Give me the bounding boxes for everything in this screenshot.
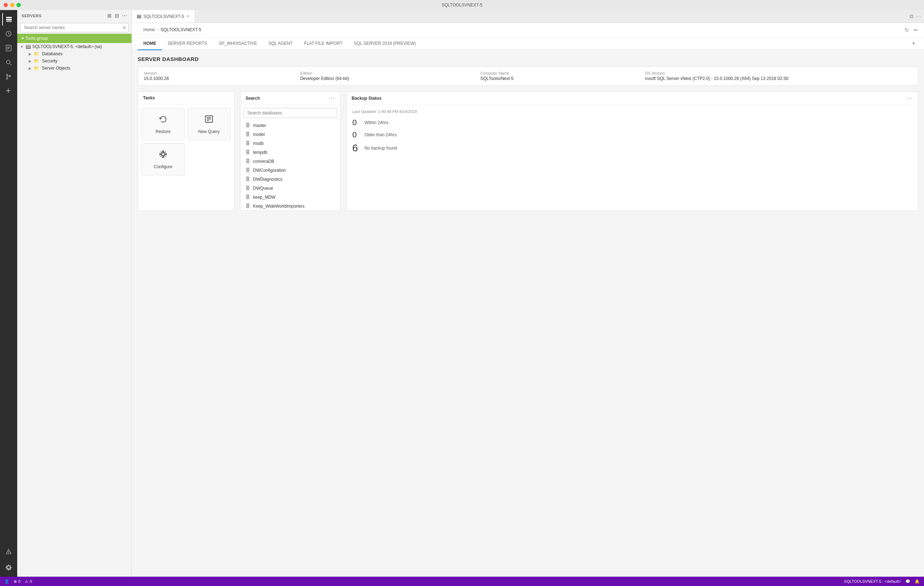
server-objects-tree-item[interactable]: ▶ 📁 Server Objects <box>17 65 132 72</box>
backup-panel: Backup Status ··· Last Updated: 1:40:48 … <box>346 91 918 211</box>
svg-point-11 <box>7 78 8 79</box>
dashboard: SERVER DASHBOARD Version 15.0.1000.28 Ed… <box>132 50 924 577</box>
activity-bar <box>0 10 17 577</box>
db-name: DWConfiguration <box>253 168 285 173</box>
servers-activity-icon[interactable] <box>2 13 15 26</box>
more-tab-actions-icon[interactable]: ⋯ <box>916 13 921 19</box>
tab-sp-whoisactive[interactable]: SP_WHOISACTIVE <box>213 37 263 50</box>
db-name: msdb <box>253 141 264 146</box>
extensions-activity-icon[interactable] <box>2 84 15 98</box>
server-name: SQLTOOLSVNEXT-5, <default> (sa) <box>32 44 102 49</box>
list-item[interactable]: 🗄 keep_MDW <box>241 193 340 202</box>
history-activity-icon[interactable] <box>2 27 15 40</box>
server-objects-expand-icon: ▶ <box>29 66 31 70</box>
db-search-wrap <box>241 105 340 121</box>
restore-button[interactable]: Restore <box>142 108 185 140</box>
new-query-label: New Query <box>198 129 220 134</box>
status-error-badge: ⊗ 0 <box>13 579 20 584</box>
list-item[interactable]: 🗄 DWConfiguration <box>241 166 340 175</box>
breadcrumb-row: Home › SQLTOOLSVNEXT-5 ↻ ✏ <box>132 23 924 37</box>
db-icon: 🗄 <box>246 141 250 146</box>
documents-activity-icon[interactable] <box>2 41 15 55</box>
db-name: master <box>253 123 266 128</box>
security-tree-item[interactable]: ▶ 📁 Security <box>17 57 132 65</box>
list-item[interactable]: 🗄 coriveraDB <box>241 157 340 166</box>
server-search-input[interactable] <box>20 23 129 32</box>
list-item[interactable]: 🗄 DWDiagnostics <box>241 175 340 184</box>
status-user-icon: 👤 <box>4 579 9 584</box>
new-query-button[interactable]: New Query <box>188 108 231 140</box>
tab-home[interactable]: HOME <box>138 37 162 50</box>
version-value: 15.0.1000.28 <box>144 76 292 81</box>
main-tab[interactable]: SQLTOOLSVNEXT-5 ✕ <box>132 10 195 23</box>
status-bell-icon[interactable]: 🔔 <box>915 579 920 584</box>
git-activity-icon[interactable] <box>2 70 15 83</box>
restore-label: Restore <box>155 129 171 134</box>
search-panel-header: Search ··· <box>241 92 340 105</box>
search-panel-menu-icon[interactable]: ··· <box>329 95 335 101</box>
db-name: DWQueue <box>253 186 273 191</box>
tab-close-icon[interactable]: ✕ <box>186 14 190 19</box>
tasks-grid: Restore New Query <box>138 104 234 179</box>
maximize-button[interactable] <box>16 3 21 7</box>
settings-activity-icon[interactable] <box>2 561 15 574</box>
search-clear-icon[interactable]: ✕ <box>122 25 127 30</box>
split-editor-icon[interactable]: ⧉ <box>910 13 913 19</box>
search-activity-icon[interactable] <box>2 56 15 69</box>
status-chat-icon[interactable]: 💬 <box>905 579 911 584</box>
svg-rect-16 <box>137 15 141 16</box>
refresh-icon[interactable]: ↻ <box>905 27 909 33</box>
window-controls <box>3 3 21 7</box>
backup-panel-header: Backup Status ··· <box>346 92 918 105</box>
status-bar: 👤 ⊗ 0 ⚠ 0 SQLTOOLSVNEXT-5 : <default> 💬 … <box>0 577 924 586</box>
backup-panel-menu-icon[interactable]: ··· <box>906 95 913 101</box>
breadcrumb-sep: › <box>157 27 158 32</box>
alert-activity-icon[interactable] <box>2 545 15 558</box>
list-item[interactable]: 🗄 msdb <box>241 139 340 148</box>
breadcrumb-home[interactable]: Home <box>144 27 155 32</box>
tab-flat-file-import[interactable]: FLAT FILE IMPORT <box>299 37 348 50</box>
db-name: DWDiagnostics <box>253 177 282 182</box>
list-item[interactable]: 🗄 DWQueue <box>241 184 340 193</box>
list-item[interactable]: 🗄 tempdb <box>241 148 340 157</box>
security-expand-icon: ▶ <box>29 59 31 63</box>
tab-server-reports[interactable]: SERVER REPORTS <box>162 37 213 50</box>
warning-icon: ⚠ <box>25 579 28 584</box>
minimize-button[interactable] <box>10 3 14 7</box>
server-search-box: ✕ <box>20 23 129 32</box>
backup-content: Last Updated: 1:40:48 PM 9/14/2018 0 Wit… <box>346 105 918 161</box>
tab-sql-server-preview[interactable]: SQL SERVER 2019 (PREVIEW) <box>348 37 421 50</box>
close-button[interactable] <box>3 3 8 7</box>
backup-older-num: 0 <box>352 130 361 139</box>
status-left: 👤 ⊗ 0 ⚠ 0 <box>4 579 32 584</box>
add-server-icon[interactable]: ⊞ <box>107 13 112 19</box>
status-right: SQLTOOLSVNEXT-5 : <default> 💬 🔔 <box>844 579 920 584</box>
backup-last-updated: Last Updated: 1:40:48 PM 9/14/2018 <box>352 109 912 114</box>
db-icon: 🗄 <box>246 132 250 137</box>
databases-tree-item[interactable]: ▶ 📁 Databases <box>17 50 132 57</box>
db-list: 🗄 master 🗄 model 🗄 msdb 🗄 <box>241 121 340 210</box>
more-actions-icon[interactable]: ⋯ <box>122 13 127 19</box>
tasks-panel: Tasks Restore <box>138 91 234 211</box>
configure-button[interactable]: Configure <box>142 143 185 175</box>
add-tab-icon[interactable]: + <box>909 40 918 47</box>
list-item[interactable]: 🗄 model <box>241 130 340 139</box>
collapse-all-icon[interactable]: ⊟ <box>115 13 119 19</box>
computer-name-value: SQLToolsvNext-5 <box>480 76 636 81</box>
backup-none-label: No backup found <box>365 146 397 151</box>
databases-label: Databases <box>42 51 63 56</box>
tools-group[interactable]: ✦ Tools group <box>17 34 132 43</box>
svg-point-10 <box>7 74 8 76</box>
search-panel-title: Search <box>246 96 260 101</box>
edit-icon[interactable]: ✏ <box>914 27 918 33</box>
search-panel: Search ··· 🗄 master 🗄 model <box>240 91 340 211</box>
list-item[interactable]: 🗄 master <box>241 121 340 130</box>
tab-sql-agent[interactable]: SQL AGENT <box>263 37 299 50</box>
tools-group-label: ✦ Tools group <box>21 36 48 41</box>
list-item[interactable]: 🗄 Keep_WideWorldImporters <box>241 202 340 210</box>
server-tree-item[interactable]: ▼ SQLTOOLSVNEXT-5, <default> (sa) <box>17 43 132 50</box>
svg-rect-1 <box>6 19 12 20</box>
db-name: keep_MDW <box>253 195 276 200</box>
db-search-input[interactable] <box>243 108 337 118</box>
db-icon: 🗄 <box>246 167 250 173</box>
